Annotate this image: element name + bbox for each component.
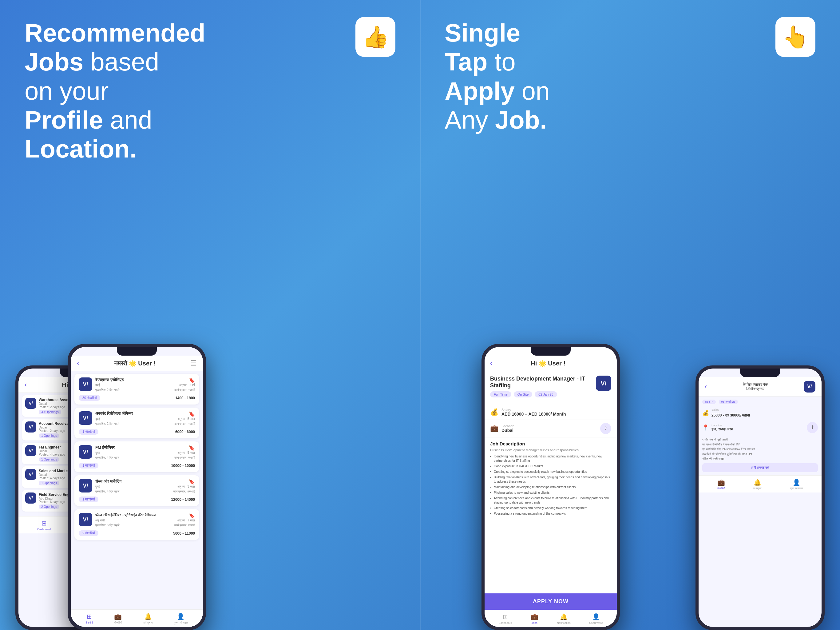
apply-hindi-button[interactable]: अभी अप्लाई करें <box>702 463 818 472</box>
job-posted: Posted: 4 days ago <box>39 453 65 456</box>
list-item[interactable]: V/ अकाउंट रिसीवेबल्स ऑफिसर 🔖 दुबई अनुभव … <box>74 408 199 438</box>
job-footer: 30 नौकरियाँ 1400 - 1800 <box>79 395 195 401</box>
job-location: Dubai <box>39 473 72 476</box>
phone-notch <box>740 369 780 377</box>
salary-text: 12000 - 14000 <box>171 497 195 502</box>
nav-profile[interactable]: 👤 यूजर प्रोफाइल <box>174 613 188 624</box>
nav-notifications[interactable]: 🔔 Notification <box>557 613 571 624</box>
bottom-nav: 💼 नौकरियाँ 🔔 अधिसूचना 👤 यूज़र प्रोफाइल <box>699 475 821 492</box>
desc-title: Job Description <box>490 441 611 446</box>
desc-bullet: Attending conferences and events to buil… <box>490 496 611 505</box>
nav-jobs[interactable]: 💼 नौकरियाँ <box>114 613 122 624</box>
desc-section: र और शिक्षा से जुड़ी ज़रूरी सा, सुरक्षा … <box>702 435 818 461</box>
back-arrow[interactable]: ‹ <box>705 383 707 391</box>
salary-text: 10000 - 10000 <box>171 464 195 468</box>
job-meta2: प्रकाशित: 6 दिन पहले कार्य प्रकार: स्थाय… <box>95 524 195 527</box>
job-title-section: Business Development Manager - IT Staffi… <box>485 371 617 405</box>
openings-badge: 2 नौकरियाँ <box>79 530 98 536</box>
title-header-row: Business Development Manager - IT Staffi… <box>490 375 611 391</box>
location-label: Location <box>502 424 597 428</box>
job-location: Dubai <box>39 402 71 405</box>
front-phone-screen: ‹ नमस्ते 🌟 User ! ☰ V/ वेयरहाउस एसोसिएट <box>71 347 203 627</box>
back-arrow[interactable]: ‹ <box>77 359 79 367</box>
header-greeting: नमस्ते 🌟 User ! <box>114 359 156 367</box>
nav-jobs[interactable]: 💼 Jobs <box>531 613 538 624</box>
job-worktype: कार्य प्रकार: स्थायी <box>174 388 195 392</box>
nav-notifications[interactable]: 🔔 अधिसूचना <box>143 613 153 624</box>
list-item[interactable]: V/ सेल्स ओर मार्केटिंग 🔖 दुबई अनुभव : 3 … <box>74 475 199 506</box>
job-location: दुबई <box>95 451 100 455</box>
detail-header-greeting: Hi 🌟 User ! <box>531 359 565 367</box>
job-footer: 1 नौकरियाँ 12000 - 14000 <box>79 497 195 502</box>
back-detail-header: ‹ के लिए क्लाउड पैकडिमिनिस्ट्रेटर V/ <box>699 377 821 397</box>
back-detail-screen: ‹ के लिए क्लाउड पैकडिमिनिस्ट्रेटर V/ साइ… <box>699 369 821 627</box>
desc-subtitle: Business Development Manager duties and … <box>490 448 611 452</box>
openings-badge: 1 Openings <box>39 457 59 462</box>
job-footer: 1 नौकरियाँ 6000 - 6000 <box>79 429 195 435</box>
bookmark-icon[interactable]: 🔖 <box>189 411 195 417</box>
job-location: दुबई <box>95 383 100 387</box>
job-worktype: कार्य प्रकार: अस्थाई <box>173 490 195 494</box>
job-posted: प्रकाशित: 4 दिन पहले <box>95 456 120 459</box>
back-arrow[interactable]: ‹ <box>25 381 27 389</box>
bookmark-icon[interactable]: 🔖 <box>189 377 195 383</box>
panel-divider <box>420 0 421 630</box>
location-row: 💼 Location Dubai ⤴ <box>485 420 617 437</box>
bookmark-icon[interactable]: 🔖 <box>189 479 195 485</box>
nav-dashboard[interactable]: ⊞ Dashboard <box>37 519 51 531</box>
left-hero-text: Recommended Jobs based on your Profile a… <box>25 19 224 163</box>
salary-text: 5000 - 11000 <box>173 531 195 535</box>
bottom-nav: ⊞ Dashboard 💼 Jobs 🔔 Notification 👤 User… <box>485 610 617 627</box>
location-icon: 📍 <box>702 424 709 431</box>
nav-profile[interactable]: 👤 UserProfile <box>589 613 603 624</box>
job-experience: अनुभव : 7 साल <box>177 519 195 522</box>
nav-jobs-hindi[interactable]: 💼 नौकरियाँ <box>717 479 725 490</box>
openings-badge: 30 Openings <box>39 410 61 414</box>
front-screen-header: ‹ नमस्ते 🌟 User ! ☰ <box>71 356 203 371</box>
list-item[interactable]: V/ फ़ील्ड सर्विस इंजीनियर – प्रोसेस एंड … <box>74 509 199 540</box>
bookmark-icon[interactable]: 🔖 <box>189 445 195 451</box>
job-meta: दुबई अनुभव : 1 वर्ष <box>95 383 195 387</box>
desc-bullet: Pitching sales to new and existing clien… <box>490 491 611 495</box>
nav-dashboard[interactable]: ⊞ Dashboard <box>498 613 512 624</box>
job-logo: V/ <box>25 398 36 409</box>
job-logo: V/ <box>25 421 36 432</box>
salary-label: Salary <box>502 408 611 412</box>
salary-row: 💰 Salary 25000 - सर 30000/ महाना <box>702 406 818 420</box>
share-button[interactable]: ⤴ <box>807 422 818 433</box>
job-title: वेयरहाउस एसोसिएट <box>95 377 123 382</box>
location-content: Location Dubai <box>502 424 597 433</box>
list-item[interactable]: V/ वेयरहाउस एसोसिएट 🔖 दुबई अनुभव : 1 वर्… <box>74 374 199 405</box>
menu-icon[interactable]: ☰ <box>191 359 197 367</box>
hindi-jobs-list: V/ वेयरहाउस एसोसिएट 🔖 दुबई अनुभव : 1 वर्… <box>71 371 203 609</box>
job-experience: अनुभव : 1 वर्ष <box>179 383 195 387</box>
share-button[interactable]: ⤴ <box>600 423 611 434</box>
job-meta: दुबई अनुभव : 3 साल <box>95 485 195 489</box>
nav-dashboard[interactable]: ⊞ डैशबोर्ड <box>86 613 93 624</box>
salary-icon: 💰 <box>490 408 498 416</box>
job-detail-screen: ‹ Hi 🌟 User ! Business Development Manag… <box>485 347 617 627</box>
bookmark-icon[interactable]: 🔖 <box>189 513 195 519</box>
right-feature-icon: 👆 <box>775 17 815 57</box>
apply-now-bar[interactable]: APPLY NOW <box>485 594 617 610</box>
right-phone-front: ‹ Hi 🌟 User ! Business Development Manag… <box>482 344 620 630</box>
job-location: Dubai <box>39 450 65 453</box>
nav-profile-hindi[interactable]: 👤 यूज़र प्रोफाइल <box>790 479 803 490</box>
left-phone-front: ‹ नमस्ते 🌟 User ! ☰ V/ वेयरहाउस एसोसिएट <box>68 344 206 630</box>
desc-bullet: Maintaining and developing relationships… <box>490 485 611 489</box>
list-item[interactable]: V/ FM इंजीनियर 🔖 दुबई अनुभव : 5 साल <box>74 442 199 472</box>
job-logo: V/ <box>79 411 92 425</box>
desc-bullet: Creating sales forecasts and actively wo… <box>490 506 611 510</box>
job-meta: दुबई अनुभव : 5 साल <box>95 417 195 421</box>
job-title: FM इंजीनियर <box>95 445 115 450</box>
openings-badge: 1 Openings <box>39 481 59 486</box>
location-row: 📍 Location हाद, सउदा अरब ⤴ <box>702 420 818 435</box>
job-meta2: प्रकाशित: 4 दिन पहले कार्य प्रकार: स्थाय… <box>95 456 195 459</box>
bottom-nav: ⊞ डैशबोर्ड 💼 नौकरियाँ 🔔 अधिसूचना 👤 यूजर … <box>71 609 203 627</box>
desc-bullet: Creating strategies to successfully reac… <box>490 470 611 474</box>
tag-site: साइट पर <box>702 400 716 404</box>
job-meta2: प्रकाशित: 2 दिन पहले कार्य प्रकार: स्थाय… <box>95 388 195 392</box>
back-arrow[interactable]: ‹ <box>490 359 492 367</box>
nav-notifications-hindi[interactable]: 🔔 अधिसूचना <box>753 479 762 490</box>
job-logo: V/ <box>79 513 92 526</box>
